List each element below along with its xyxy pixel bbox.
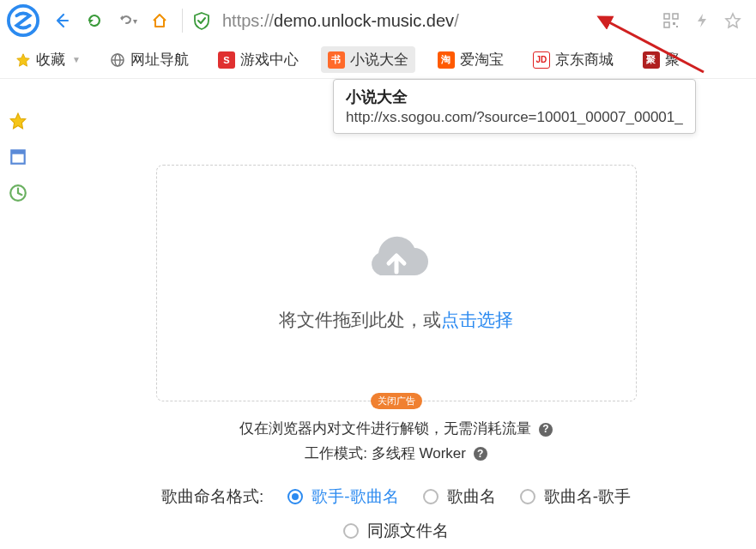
radio-icon: [287, 489, 303, 504]
page-content: 将文件拖到此处，或点击选择 关闭广告 仅在浏览器内对文件进行解锁，无需消耗流量 …: [36, 79, 756, 549]
radio-artist-title[interactable]: 歌手-歌曲名: [287, 486, 398, 508]
bookmark-favicon: 聚: [643, 51, 660, 69]
reload-button[interactable]: [81, 7, 108, 34]
info-text-2: 工作模式: 多线程 Worker: [305, 445, 466, 462]
info-block: 仅在浏览器内对文件进行解锁，无需消耗流量 ? 工作模式: 多线程 Worker …: [70, 417, 722, 467]
bookmark-favicon: 淘: [438, 51, 455, 69]
url-scheme: https://: [222, 11, 274, 31]
url-host: demo.unlock-music.dev: [274, 11, 454, 31]
info-line-1: 仅在浏览器内对文件进行解锁，无需消耗流量 ?: [70, 417, 722, 442]
favorites-label: 收藏: [36, 50, 65, 69]
bookmark-favicon: JD: [533, 51, 550, 69]
radio-text: 歌曲名-歌手: [544, 486, 631, 508]
radio-title[interactable]: 歌曲名: [423, 486, 496, 508]
chevron-down-icon: ▼: [72, 55, 81, 64]
bookmark-label: 网址导航: [130, 50, 189, 69]
bookmark-label: 小说大全: [350, 50, 408, 69]
security-shield-icon[interactable]: [191, 10, 212, 31]
dropzone-browse-link[interactable]: 点击选择: [441, 310, 513, 329]
bookmark-ju[interactable]: 聚 聚: [636, 46, 686, 73]
radio-icon: [343, 523, 359, 539]
bookmark-aitaobao[interactable]: 淘 爱淘宝: [431, 46, 511, 73]
svg-rect-1: [664, 14, 669, 19]
svg-rect-2: [673, 14, 678, 19]
bookmark-gamecenter[interactable]: S 游戏中心: [211, 46, 305, 73]
url-path: /: [454, 11, 459, 31]
home-button[interactable]: [146, 7, 173, 34]
sidebar-panel-icon[interactable]: [9, 148, 27, 166]
browser-logo-icon: [7, 4, 39, 37]
bookmark-favicon: S: [218, 51, 235, 69]
radio-title-artist[interactable]: 歌曲名-歌手: [520, 486, 631, 508]
radio-same-filename[interactable]: 同源文件名: [343, 520, 449, 542]
separator: [182, 9, 183, 33]
radio-text: 同源文件名: [367, 520, 449, 542]
radio-text: 歌手-歌曲名: [311, 486, 398, 508]
radio-text: 歌曲名: [447, 486, 496, 508]
dropzone-prefix: 将文件拖到此处，或: [279, 310, 441, 329]
bookmark-label: 聚: [665, 50, 680, 69]
tooltip-url: http://xs.sogou.com/?source=10001_00007_…: [346, 109, 683, 126]
upload-dropzone[interactable]: 将文件拖到此处，或点击选择 关闭广告: [156, 165, 637, 401]
bookmark-label: 京东商城: [555, 50, 614, 69]
qr-icon[interactable]: [662, 11, 680, 30]
bookmarks-bar: 收藏 ▼ 网址导航 S 游戏中心 书 小说大全 淘 爱淘宝 JD 京东商城 聚 …: [0, 41, 756, 79]
svg-rect-10: [11, 150, 24, 154]
sidebar-history-icon[interactable]: [9, 184, 27, 202]
bookmark-label: 游戏中心: [240, 50, 299, 69]
browser-sidebar: [0, 79, 36, 202]
bookmark-label: 爱淘宝: [460, 50, 504, 69]
upload-cloud-icon: [361, 234, 432, 287]
naming-format-group: 歌曲命名格式: 歌手-歌曲名 歌曲名 歌曲名-歌手 同源文件名: [70, 486, 722, 542]
svg-rect-4: [673, 22, 675, 25]
flash-icon[interactable]: [692, 11, 711, 30]
tooltip-title: 小说大全: [346, 87, 683, 107]
sidebar-star-icon[interactable]: [9, 112, 27, 130]
svg-rect-5: [676, 26, 678, 27]
dropzone-text: 将文件拖到此处，或点击选择: [279, 308, 513, 332]
help-icon[interactable]: ?: [539, 423, 553, 437]
undo-button[interactable]: ▾: [113, 7, 141, 34]
browser-toolbar: ▾ https://demo.unlock-music.dev/: [0, 0, 756, 41]
close-ad-button[interactable]: 关闭广告: [371, 393, 422, 409]
info-text-1: 仅在浏览器内对文件进行解锁，无需消耗流量: [239, 420, 531, 437]
bookmark-novels[interactable]: 书 小说大全: [321, 46, 415, 73]
bookmark-webnav[interactable]: 网址导航: [103, 46, 196, 73]
bookmark-jd[interactable]: JD 京东商城: [526, 46, 620, 73]
info-line-2: 工作模式: 多线程 Worker ?: [70, 442, 722, 467]
bookmark-tooltip: 小说大全 http://xs.sogou.com/?source=10001_0…: [333, 79, 696, 134]
svg-rect-3: [664, 22, 669, 27]
radio-icon: [520, 489, 535, 504]
bookmark-favicon: 书: [328, 51, 345, 69]
back-button[interactable]: [48, 7, 76, 34]
naming-label: 歌曲命名格式:: [161, 486, 263, 508]
address-bar[interactable]: https://demo.unlock-music.dev/: [217, 11, 656, 31]
help-icon[interactable]: ?: [474, 447, 487, 461]
favorites-menu[interactable]: 收藏 ▼: [9, 46, 88, 73]
radio-icon: [423, 489, 438, 504]
star-icon[interactable]: [723, 11, 742, 30]
toolbar-right: [662, 11, 749, 30]
